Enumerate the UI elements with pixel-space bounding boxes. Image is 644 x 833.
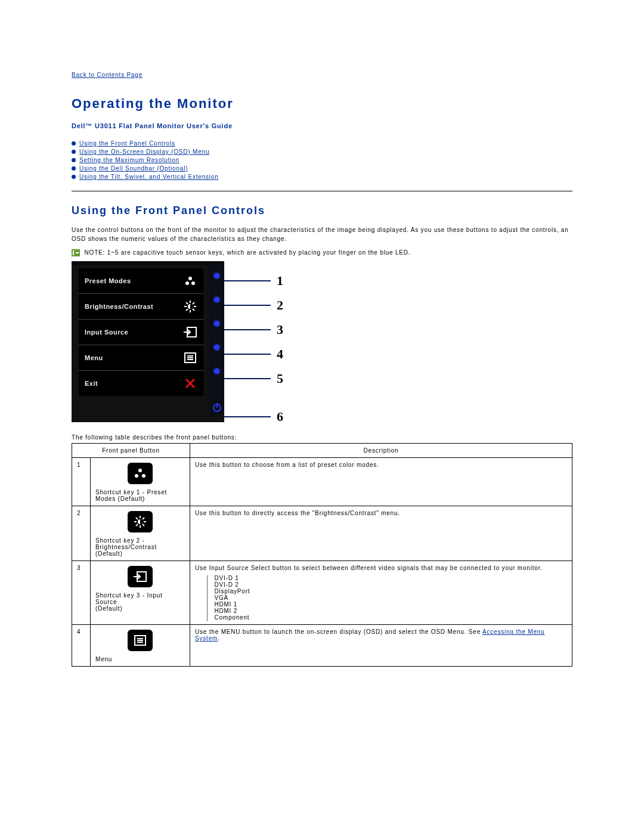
- table-row: 4 Menu Use the MENU button to launch the…: [72, 625, 572, 667]
- preset-modes-icon: [128, 463, 153, 484]
- svg-line-27: [136, 518, 138, 519]
- row-number: 4: [72, 625, 91, 667]
- list-item: DVI-D 1: [206, 575, 567, 581]
- button-cell: Shortcut key 3 - Input Source (Default): [91, 561, 190, 625]
- monitor-panel: Preset Modes Brightness/Contrast Input S…: [72, 261, 224, 422]
- toc-item[interactable]: Using the Front Panel Controls: [72, 140, 572, 147]
- description-cell: Use this button to choose from a list of…: [190, 458, 572, 506]
- led-column: [209, 265, 224, 415]
- callout-number: 1: [277, 273, 284, 289]
- section-heading: Using the Front Panel Controls: [72, 205, 572, 217]
- menu-icon: [183, 351, 197, 364]
- svg-line-30: [136, 524, 138, 526]
- svg-line-28: [143, 524, 144, 526]
- callout-number: 2: [277, 298, 284, 313]
- osd-row-brightness: Brightness/Contrast: [79, 294, 203, 320]
- svg-line-8: [186, 302, 188, 304]
- list-item: DVI-D 2: [206, 581, 567, 588]
- bullet-icon: [72, 150, 76, 154]
- input-sources-list: DVI-D 1 DVI-D 2 DisplayPort VGA HDMI 1 H…: [206, 575, 567, 621]
- description-cell: Use Input Source Select button to select…: [190, 561, 572, 625]
- bullet-icon: [72, 166, 76, 171]
- osd-row-input-source: Input Source: [79, 320, 203, 345]
- svg-point-19: [138, 469, 142, 472]
- bullet-icon: [72, 158, 76, 162]
- preset-modes-icon: [183, 274, 197, 287]
- led-button-3[interactable]: [214, 321, 219, 326]
- callout-number: 4: [277, 346, 284, 362]
- svg-point-20: [135, 474, 138, 478]
- page-title: Operating the Monitor: [72, 96, 572, 112]
- osd-row-menu: Menu: [79, 345, 203, 371]
- front-panel-diagram: Preset Modes Brightness/Contrast Input S…: [72, 261, 572, 422]
- table-intro: The following table describes the front …: [72, 434, 572, 441]
- led-button-1[interactable]: [214, 273, 219, 278]
- table-header-row: Front panel Button Description: [72, 444, 572, 458]
- col-front-panel-button: Front panel Button: [72, 444, 190, 458]
- buttons-table: Front panel Button Description 1 Shortcu…: [72, 443, 572, 667]
- svg-line-10: [193, 302, 194, 304]
- button-cell: Menu: [91, 625, 190, 667]
- callout-number: 6: [277, 409, 284, 425]
- led-button-4[interactable]: [214, 345, 219, 350]
- description-cell: Use this button to directly access the "…: [190, 506, 572, 561]
- note-icon: [72, 249, 80, 256]
- toc-item[interactable]: Using the Tilt, Swivel, and Vertical Ext…: [72, 174, 572, 180]
- description-cell: Use the MENU button to launch the on-scr…: [190, 625, 572, 667]
- led-button-5[interactable]: [214, 368, 219, 374]
- note: NOTE: 1~5 are capacitive touch sensor ke…: [72, 249, 572, 256]
- table-row: 3 Shortcut key 3 - Input Source (Default…: [72, 561, 572, 625]
- svg-point-0: [188, 277, 192, 280]
- button-cell: Shortcut key 1 - Preset Modes (Default): [91, 458, 190, 506]
- table-row: 2 Shortcut key 2 - Brightness/Contrast (…: [72, 506, 572, 561]
- toc-item[interactable]: Using the On-Screen Display (OSD) Menu: [72, 148, 572, 155]
- divider: [72, 191, 572, 191]
- list-item: HDMI 1: [206, 601, 567, 608]
- bullet-icon: [72, 175, 76, 179]
- svg-point-1: [185, 281, 189, 285]
- toc-item[interactable]: Using the Dell Soundbar (Optional): [72, 165, 572, 172]
- osd-row-exit: Exit: [79, 371, 203, 396]
- osd-row-preset-modes: Preset Modes: [79, 268, 203, 294]
- back-link[interactable]: Back to Contents Page: [72, 72, 572, 78]
- list-item: HDMI 2: [206, 608, 567, 614]
- svg-point-21: [142, 474, 145, 478]
- col-description: Description: [190, 444, 572, 458]
- guide-subtitle: Dell™ U3011 Flat Panel Monitor User's Gu…: [72, 122, 572, 129]
- menu-icon: [128, 630, 153, 651]
- callout-number: 5: [277, 371, 284, 386]
- list-item: VGA: [206, 594, 567, 601]
- table-row: 1 Shortcut key 1 - Preset Modes (Default…: [72, 458, 572, 506]
- svg-point-2: [191, 281, 195, 285]
- input-source-icon: [183, 326, 197, 339]
- svg-line-11: [186, 309, 188, 311]
- brightness-icon: [183, 300, 197, 313]
- row-number: 2: [72, 506, 91, 561]
- row-number: 1: [72, 458, 91, 506]
- list-item: DisplayPort: [206, 588, 567, 594]
- row-number: 3: [72, 561, 91, 625]
- svg-line-9: [193, 309, 194, 311]
- brightness-icon: [128, 511, 153, 532]
- osd-menu: Preset Modes Brightness/Contrast Input S…: [79, 268, 203, 396]
- led-button-2[interactable]: [214, 297, 219, 302]
- list-item: Component: [206, 614, 567, 621]
- bullet-icon: [72, 141, 76, 145]
- close-icon: [183, 377, 197, 390]
- button-cell: Shortcut key 2 - Brightness/Contrast (De…: [91, 506, 190, 561]
- svg-line-29: [143, 518, 144, 519]
- section-paragraph: Use the control buttons on the front of …: [72, 225, 572, 243]
- callout-number: 3: [277, 322, 284, 337]
- toc-item[interactable]: Setting the Maximum Resolution: [72, 157, 572, 163]
- power-icon[interactable]: [212, 402, 222, 415]
- toc-list: Using the Front Panel Controls Using the…: [72, 140, 572, 180]
- input-source-icon: [128, 566, 153, 587]
